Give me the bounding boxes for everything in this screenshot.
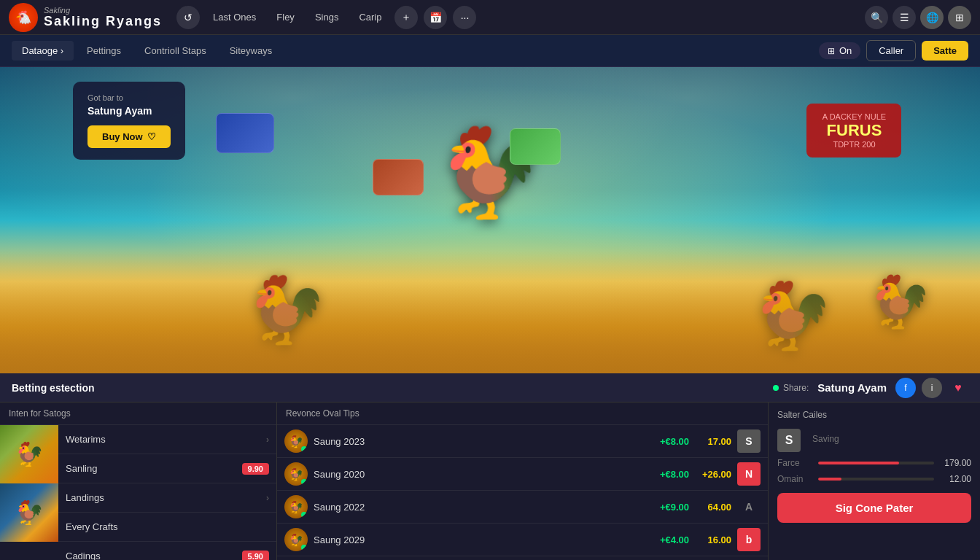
mid-row-0[interactable]: 🐓 Saung 2023 +€8.00 17.00 S bbox=[277, 425, 768, 458]
floating-card-2 bbox=[373, 159, 424, 195]
top-nav: 🐔 Sakling Sakling Ryangs ↺ Last Ones Fle… bbox=[0, 0, 980, 35]
betting-section-title: Betting estection bbox=[12, 382, 773, 394]
mid-badge-b: b bbox=[737, 528, 761, 551]
chevron-icon: › bbox=[266, 493, 269, 503]
betting-section: Betting estection Share: Satung Ayam f i… bbox=[0, 373, 980, 560]
promo-right-banner: A DACKEY NULE FURUS TDPTR 200 bbox=[806, 104, 901, 158]
calendar-icon[interactable]: 📅 bbox=[424, 6, 447, 29]
rooster-left: 🐓 bbox=[245, 277, 327, 343]
nav-right: 🔍 ☰ 🌐 ⊞ bbox=[865, 6, 971, 29]
promo-overlay: Got bar to Satung Ayam Buy Now ♡ bbox=[73, 82, 185, 160]
stats-label-saving: Saving bbox=[812, 434, 849, 444]
promo-got-bar-to: Got bar to bbox=[88, 93, 171, 102]
rooster-far-right: 🐓 bbox=[868, 276, 931, 327]
promo-satung-ayam: Satung Ayam bbox=[88, 105, 171, 117]
info-icon-btn[interactable]: i bbox=[922, 378, 942, 398]
list-item[interactable]: Wetarims › bbox=[58, 425, 276, 454]
satte-button[interactable]: Satte bbox=[922, 41, 968, 61]
on-label: On bbox=[839, 45, 852, 56]
stats-label-farce: Farce bbox=[777, 458, 814, 468]
list-item[interactable]: Sanling 9.90 bbox=[58, 454, 276, 483]
more-icon[interactable]: ··· bbox=[453, 6, 476, 29]
satung-ayam-header-title: Satung Ayam bbox=[817, 381, 887, 394]
search-icon[interactable]: 🔍 bbox=[865, 6, 888, 29]
right-col-header: Salter Cailes bbox=[777, 410, 971, 420]
mid-table: 🐓 Saung 2023 +€8.00 17.00 S 🐓 Sa bbox=[277, 425, 768, 560]
mid-row-2[interactable]: 🐓 Saung 2022 +€9.00 64.00 A bbox=[277, 491, 768, 524]
caller-button[interactable]: Caller bbox=[866, 40, 916, 61]
sec-nav-siteyways[interactable]: Siteyways bbox=[219, 41, 283, 61]
three-columns: Inten for Satogs 🐓 🐓 Wetarims › Sanling bbox=[0, 402, 980, 560]
second-nav: Dataoge › Pettings Contrioll Staps Sitey… bbox=[0, 35, 980, 67]
chevron-icon: › bbox=[266, 435, 269, 445]
stats-row-omain: Omain 12.00 bbox=[777, 474, 971, 484]
left-col-header: Inten for Satogs bbox=[0, 402, 276, 425]
facebook-icon-btn[interactable]: f bbox=[895, 378, 916, 398]
on-badge[interactable]: ⊞ On bbox=[819, 42, 860, 59]
mid-row-3[interactable]: 🐓 Saung 2029 +€4.00 16.00 b bbox=[277, 524, 768, 556]
list-item[interactable]: Cadings 5.90 bbox=[58, 542, 276, 560]
stats-bar-omain bbox=[818, 478, 934, 481]
mid-badge-s: S bbox=[737, 429, 761, 453]
nav-item-sings[interactable]: Sings bbox=[308, 9, 346, 26]
nav-item-fley[interactable]: Fley bbox=[269, 9, 302, 26]
nav-item-carip[interactable]: Carip bbox=[351, 9, 389, 26]
stats-row-farce: Farce 179.00 bbox=[777, 458, 971, 468]
mid-avatar-2: 🐓 bbox=[284, 495, 308, 518]
stats-row-saving: S Saving bbox=[777, 429, 971, 452]
add-icon[interactable]: ＋ bbox=[394, 6, 418, 29]
app-name: Sakling Ryangs bbox=[44, 15, 162, 28]
stats-bar-fill-farce bbox=[818, 462, 899, 464]
stats-value-omain: 12.00 bbox=[938, 474, 971, 484]
stats-bar-farce bbox=[818, 462, 934, 464]
stats-value-farce: 179.00 bbox=[938, 458, 971, 468]
mid-badge-n: N bbox=[737, 462, 761, 486]
mid-avatar-1: 🐓 bbox=[284, 462, 308, 486]
heart-icon-btn[interactable]: ♥ bbox=[948, 378, 968, 398]
sec-nav-dataoge[interactable]: Dataoge › bbox=[12, 41, 74, 61]
logo-area: 🐔 Sakling Sakling Ryangs bbox=[9, 3, 162, 32]
promo-main-text: FURUS bbox=[818, 121, 890, 140]
mid-col-header: Revonce Oval Tips bbox=[277, 402, 768, 425]
list-item[interactable]: Every Crafts bbox=[58, 513, 276, 542]
left-col-items: 🐓 🐓 Wetarims › Sanling 9.90 L bbox=[0, 425, 276, 560]
mid-column: Revonce Oval Tips 🐓 Saung 2023 +€8.00 17… bbox=[277, 402, 769, 560]
globe-icon[interactable]: 🌐 bbox=[920, 6, 944, 29]
betting-header: Betting estection Share: Satung Ayam f i… bbox=[0, 373, 980, 402]
online-dot bbox=[301, 545, 307, 551]
share-text: Share: bbox=[783, 383, 809, 393]
sec-nav-contrioll[interactable]: Contrioll Staps bbox=[134, 41, 217, 61]
buy-now-button[interactable]: Buy Now ♡ bbox=[88, 125, 171, 148]
history-icon[interactable]: ↺ bbox=[176, 6, 200, 29]
left-column: Inten for Satogs 🐓 🐓 Wetarims › Sanling bbox=[0, 402, 277, 560]
online-dot bbox=[301, 479, 307, 485]
sig-cone-pater-button[interactable]: Sig Cone Pater bbox=[777, 493, 971, 523]
promo-sub-text: TDPTR 200 bbox=[818, 140, 890, 149]
online-dot bbox=[301, 512, 307, 518]
floating-card-1 bbox=[216, 113, 274, 153]
grid-small-icon: ⊞ bbox=[828, 46, 835, 56]
logo-text: Sakling Sakling Ryangs bbox=[44, 7, 162, 28]
logo-icon: 🐔 bbox=[9, 3, 38, 32]
mid-badge-a: A bbox=[737, 495, 761, 518]
stats-bar-fill-omain bbox=[818, 478, 841, 481]
mid-row-1[interactable]: 🐓 Saung 2020 +€8.00 +26.00 N bbox=[277, 458, 768, 491]
mid-avatar-0: 🐓 bbox=[284, 429, 308, 453]
thumb-2: 🐓 bbox=[0, 483, 58, 542]
sec-nav-right: ⊞ On Caller Satte bbox=[819, 40, 968, 61]
stats-label-omain: Omain bbox=[777, 474, 814, 484]
header-icons: f i ♥ bbox=[895, 378, 968, 398]
live-indicator-dot bbox=[773, 385, 779, 391]
floating-card-3 bbox=[510, 128, 561, 165]
online-dot bbox=[301, 446, 307, 452]
heart-small-icon: ♡ bbox=[147, 131, 156, 142]
left-list: Wetarims › Sanling 9.90 Landings › Eve bbox=[58, 425, 276, 560]
sec-nav-pettings[interactable]: Pettings bbox=[77, 41, 131, 61]
grid-icon[interactable]: ⊞ bbox=[948, 6, 971, 29]
stats-badge-s: S bbox=[777, 429, 801, 452]
list-item[interactable]: Landings › bbox=[58, 483, 276, 513]
nav-item-last-ones[interactable]: Last Ones bbox=[206, 9, 263, 26]
promo-sub-label: A DACKEY NULE bbox=[818, 112, 890, 121]
menu-icon[interactable]: ☰ bbox=[892, 6, 916, 29]
thumb-1: 🐓 bbox=[0, 425, 58, 483]
